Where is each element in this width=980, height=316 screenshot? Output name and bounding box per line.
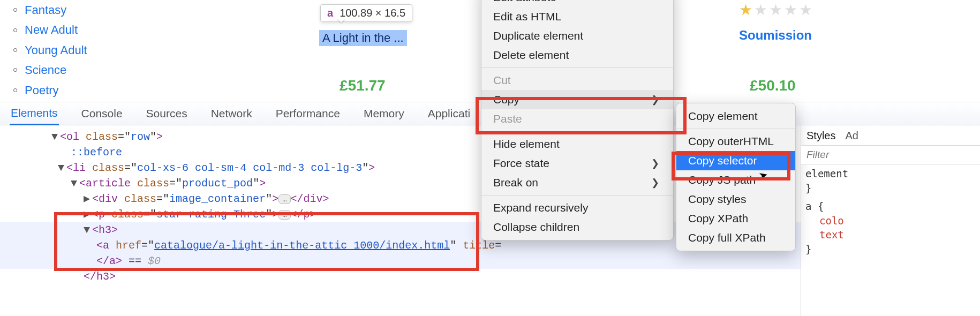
menu-item-copy-xpath[interactable]: Copy XPath xyxy=(676,209,795,228)
product-price: £51.77 xyxy=(340,77,386,94)
dom-node-selected[interactable]: </a> == $0 xyxy=(0,253,801,269)
sidebar-link[interactable]: Poetry xyxy=(25,80,59,100)
menu-item-cut[interactable]: Cut xyxy=(481,71,673,90)
bullet-icon xyxy=(13,68,17,72)
menu-item-copy-styles[interactable]: Copy styles xyxy=(676,190,795,209)
tab-adjacent[interactable]: Ad xyxy=(845,130,858,145)
menu-item-copy-outerhtml[interactable]: Copy outerHTML xyxy=(676,132,795,151)
copy-submenu: Copy element Copy outerHTML Copy selecto… xyxy=(676,103,796,251)
sidebar-link[interactable]: Science xyxy=(25,60,66,80)
star-icon: ★ xyxy=(784,1,797,19)
chevron-right-icon: ❯ xyxy=(651,157,659,169)
product-price: £50.10 xyxy=(750,77,796,94)
star-rating: ★ ★ ★ ★ ★ xyxy=(739,1,812,19)
tab-performance[interactable]: Performance xyxy=(275,103,341,124)
styles-tab-bar: Styles Ad xyxy=(801,125,980,146)
tab-network[interactable]: Network xyxy=(210,103,253,124)
tooltip-dimensions: 100.89 × 16.5 xyxy=(340,7,405,19)
menu-item-collapse-children[interactable]: Collapse children xyxy=(481,217,673,237)
sidebar-item[interactable]: New Adult xyxy=(13,20,241,40)
menu-item-copy-element[interactable]: Copy element xyxy=(676,107,795,126)
tab-console[interactable]: Console xyxy=(80,103,124,124)
menu-item-edit-attribute[interactable]: Edit attribute xyxy=(481,0,673,7)
element-size-tooltip: a 100.89 × 16.5 xyxy=(320,4,412,22)
menu-separator xyxy=(481,195,673,195)
menu-item-delete-element[interactable]: Delete element xyxy=(481,46,673,65)
menu-item-copy-full-xpath[interactable]: Copy full XPath xyxy=(676,228,795,247)
sidebar-item[interactable]: Young Adult xyxy=(13,40,241,60)
star-icon: ★ xyxy=(754,1,767,19)
styles-panel: Styles Ad element } a { colo text } xyxy=(801,125,980,316)
tab-styles[interactable]: Styles xyxy=(806,130,835,145)
menu-item-paste[interactable]: Paste xyxy=(481,109,673,129)
menu-item-expand-recursively[interactable]: Expand recursively xyxy=(481,198,673,217)
menu-item-hide-element[interactable]: Hide element xyxy=(481,134,673,154)
menu-item-copy-selector[interactable]: Copy selector xyxy=(676,151,795,170)
menu-separator xyxy=(481,131,673,132)
sidebar-item[interactable]: Fantasy xyxy=(13,0,241,20)
menu-item-duplicate-element[interactable]: Duplicate element xyxy=(481,26,673,46)
styles-filter-input[interactable] xyxy=(801,146,980,164)
sidebar-link[interactable]: Fantasy xyxy=(25,0,66,20)
star-icon: ★ xyxy=(799,1,812,19)
menu-item-copy[interactable]: Copy❯ xyxy=(481,90,673,109)
star-icon: ★ xyxy=(739,1,752,19)
chevron-right-icon: ❯ xyxy=(651,94,659,106)
sidebar-item[interactable]: Science xyxy=(13,60,241,80)
highlighted-product-title[interactable]: A Light in the ... xyxy=(319,30,407,46)
menu-item-edit-as-html[interactable]: Edit as HTML xyxy=(481,7,673,26)
menu-item-copy-js-path[interactable]: Copy JS path xyxy=(676,170,795,190)
dom-node[interactable]: </h3> xyxy=(0,269,801,284)
tab-memory[interactable]: Memory xyxy=(363,103,405,124)
menu-separator xyxy=(481,67,673,68)
css-rule[interactable]: a { colo text } xyxy=(801,197,980,258)
chevron-right-icon: ❯ xyxy=(651,177,659,189)
menu-separator xyxy=(676,129,795,129)
category-sidebar: Fantasy New Adult Young Adult Science Po… xyxy=(0,0,241,102)
sidebar-item[interactable]: Poetry xyxy=(13,80,241,100)
bullet-icon xyxy=(13,28,17,32)
context-menu: Edit attribute Edit as HTML Duplicate el… xyxy=(481,0,674,240)
menu-item-force-state[interactable]: Force state❯ xyxy=(481,154,673,173)
tooltip-tag: a xyxy=(327,7,333,19)
sidebar-link[interactable]: New Adult xyxy=(25,20,78,40)
product-title-link[interactable]: Soumission xyxy=(739,28,812,43)
tab-sources[interactable]: Sources xyxy=(145,103,189,124)
css-rule[interactable]: element } xyxy=(801,164,980,197)
bullet-icon xyxy=(13,8,17,12)
menu-item-break-on[interactable]: Break on❯ xyxy=(481,173,673,192)
bullet-icon xyxy=(13,48,17,52)
star-icon: ★ xyxy=(769,1,782,19)
tab-application[interactable]: Applicati xyxy=(427,103,471,124)
sidebar-link[interactable]: Young Adult xyxy=(25,40,87,60)
tab-elements[interactable]: Elements xyxy=(10,102,59,125)
bullet-icon xyxy=(13,88,17,92)
